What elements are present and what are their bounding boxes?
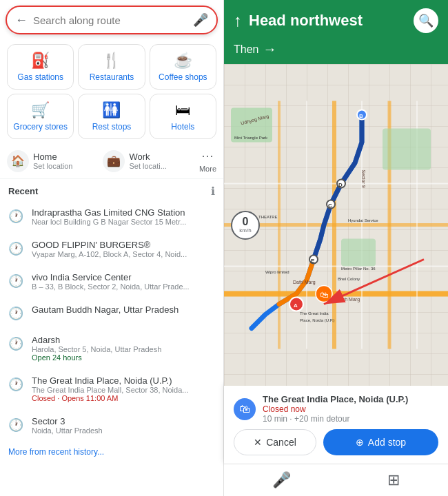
recent-item-address: Near locl Building G B Nagar Sector 15 M… [32, 218, 186, 226]
closed-status-label: Closed · Opens 11:00 AM [32, 394, 188, 402]
list-item[interactable]: 🕐 vivo India Service Center B – 33, B Bl… [0, 265, 223, 298]
map-search-button[interactable]: 🔍 [414, 8, 438, 33]
recent-item-name: GOOD FLIPPIN' BURGERS® [32, 240, 187, 250]
category-gas-stations[interactable]: ⛽ Gas stations [7, 44, 74, 90]
more-button[interactable]: ··· More [199, 149, 216, 173]
svg-text:B: B [359, 113, 363, 119]
more-label: More [199, 165, 216, 173]
recent-list: 🕐 Indraprastha Gas Limited CNG Station N… [0, 200, 223, 496]
home-location[interactable]: 🏠 Home Set location [7, 150, 97, 172]
list-item[interactable]: 🕐 Sector 3 Noida, Uttar Pradesh [0, 409, 223, 442]
recent-item-address: Harola, Sector 5, Noida, Uttar Pradesh [32, 345, 161, 353]
svg-text:A: A [294, 302, 298, 309]
clock-icon: 🕐 [8, 306, 23, 321]
grocery-label: Grocery stores [13, 122, 68, 132]
microphone-nav-icon[interactable]: 🎤 [272, 471, 291, 489]
svg-text:Wipro limited: Wipro limited [265, 270, 289, 274]
clock-icon: 🕐 [8, 417, 23, 433]
place-status: Closed now [263, 404, 408, 414]
svg-text:Dafri Marg: Dafri Marg [293, 280, 316, 285]
recent-title: Recent [8, 186, 38, 196]
work-title: Work [129, 152, 166, 162]
svg-text:Metro Pillar No. 36: Metro Pillar No. 36 [341, 267, 376, 271]
microphone-icon[interactable]: 🎤 [193, 12, 208, 28]
navigation-arrow-icon: ↑ [234, 11, 242, 30]
clock-icon: 🕐 [8, 336, 23, 351]
svg-text:Sector 9: Sector 9 [361, 170, 366, 188]
recent-item-name: Adarsh [32, 335, 161, 345]
restaurant-icon: 🍴 [102, 52, 121, 70]
grid-nav-icon[interactable]: ⊞ [387, 471, 400, 489]
svg-text:Bhel Colony: Bhel Colony [338, 277, 360, 281]
saved-locations-bar: 🏠 Home Set location 💼 Work Set locati...… [0, 143, 223, 179]
search-input[interactable] [33, 14, 193, 26]
direction-text: Head northwest [249, 12, 407, 30]
category-grocery-stores[interactable]: 🛒 Grocery stores [7, 94, 74, 139]
left-panel: ← 🎤 ⛽ Gas stations 🍴 Restaurants ☕ Coffe… [0, 0, 224, 496]
search-bar[interactable]: ← 🎤 [6, 6, 218, 34]
then-bar: Then → [224, 41, 448, 64]
add-stop-label: Add stop [368, 437, 406, 448]
more-dots-icon: ··· [201, 149, 214, 163]
open-status-label: Open 24 hours [32, 353, 161, 362]
svg-text:E: E [311, 258, 315, 264]
info-icon[interactable]: ℹ [211, 185, 215, 198]
recent-item-name: vivo India Service Center [32, 272, 190, 282]
right-panel: ↑ Head northwest 🔍 Then → [224, 0, 448, 496]
list-item[interactable]: 🕐 The Great India Place, Noida (U.P.) Th… [0, 369, 223, 409]
list-item[interactable]: 🕐 Gautam Buddh Nagar, Uttar Pradesh [0, 298, 223, 328]
more-history-link[interactable]: More from recent history... [0, 442, 223, 465]
clock-icon: 🕐 [8, 241, 23, 256]
coffee-label: Coffee shops [159, 72, 207, 82]
recent-item-address: Noida, Uttar Pradesh [32, 426, 103, 435]
place-row: 🛍 The Great India Place, Noida (U.P.) Cl… [234, 394, 438, 424]
svg-text:Mini Triangle Park: Mini Triangle Park [234, 136, 268, 140]
recent-item-address: Vyapar Marg, A-102, Block A, Sector 4, N… [32, 250, 187, 258]
work-location[interactable]: 💼 Work Set locati... [103, 150, 193, 172]
gas-icon: ⛽ [31, 52, 50, 70]
rest-icon: 🚻 [102, 101, 121, 119]
category-coffee-shops[interactable]: ☕ Coffee shops [150, 44, 216, 90]
category-hotels[interactable]: 🛏 Hotels [150, 94, 216, 139]
add-stop-icon: ⊕ [356, 437, 364, 448]
svg-text:C: C [328, 203, 332, 209]
svg-text:🛍: 🛍 [320, 290, 328, 300]
speed-value: 0 [243, 216, 249, 227]
map-header: ↑ Head northwest 🔍 [224, 0, 448, 41]
rest-label: Rest stops [92, 122, 132, 132]
then-label: Then [234, 43, 258, 56]
turn-right-icon: → [263, 41, 276, 57]
home-icon: 🏠 [7, 150, 29, 172]
place-icon-badge: 🛍 [234, 398, 256, 420]
speed-unit: km/h [239, 227, 251, 234]
recent-item-address: B – 33, B Block, Sector 2, Noida, Uttar … [32, 282, 190, 291]
grocery-icon: 🛒 [31, 101, 50, 119]
recent-item-address: The Great India Place Mall, Sector 38, N… [32, 386, 188, 394]
shopping-bag-icon: 🛍 [239, 403, 250, 415]
svg-text:The Great India: The Great India [300, 311, 329, 316]
place-name: The Great India Place, Noida (U.P.) [263, 394, 408, 404]
cancel-button[interactable]: ✕ Cancel [234, 429, 316, 455]
bottom-navigation: 🎤 ⊞ [224, 464, 448, 496]
work-subtitle: Set locati... [129, 162, 166, 170]
work-icon: 💼 [103, 150, 125, 172]
home-subtitle: Set location [33, 162, 72, 170]
gas-label: Gas stations [17, 72, 63, 82]
category-restaurants[interactable]: 🍴 Restaurants [78, 44, 145, 90]
add-stop-button[interactable]: ⊕ Add stop [323, 429, 438, 455]
recent-item-name: Indraprastha Gas Limited CNG Station [32, 207, 186, 218]
recent-item-name: The Great India Place, Noida (U.P.) [32, 375, 188, 386]
list-item[interactable]: 🕐 Adarsh Harola, Sector 5, Noida, Uttar … [0, 328, 223, 369]
map-area[interactable]: Udhyog Marg Sector 9 Dafri Marg Amaltash… [224, 64, 448, 386]
coffee-icon: ☕ [174, 52, 192, 70]
hotel-label: Hotels [171, 122, 194, 132]
recent-section-header: Recent ℹ [0, 179, 223, 200]
list-item[interactable]: 🕐 Indraprastha Gas Limited CNG Station N… [0, 200, 223, 233]
category-rest-stops[interactable]: 🚻 Rest stops [78, 94, 145, 139]
list-item[interactable]: 🕐 GOOD FLIPPIN' BURGERS® Vyapar Marg, A-… [0, 233, 223, 265]
speed-badge: 0 km/h [231, 211, 260, 240]
back-arrow-icon[interactable]: ← [15, 13, 28, 28]
svg-text:Hyundai Service: Hyundai Service [348, 218, 378, 223]
clock-icon: 🕐 [8, 209, 23, 224]
place-info-card: 🛍 The Great India Place, Noida (U.P.) Cl… [224, 386, 448, 464]
